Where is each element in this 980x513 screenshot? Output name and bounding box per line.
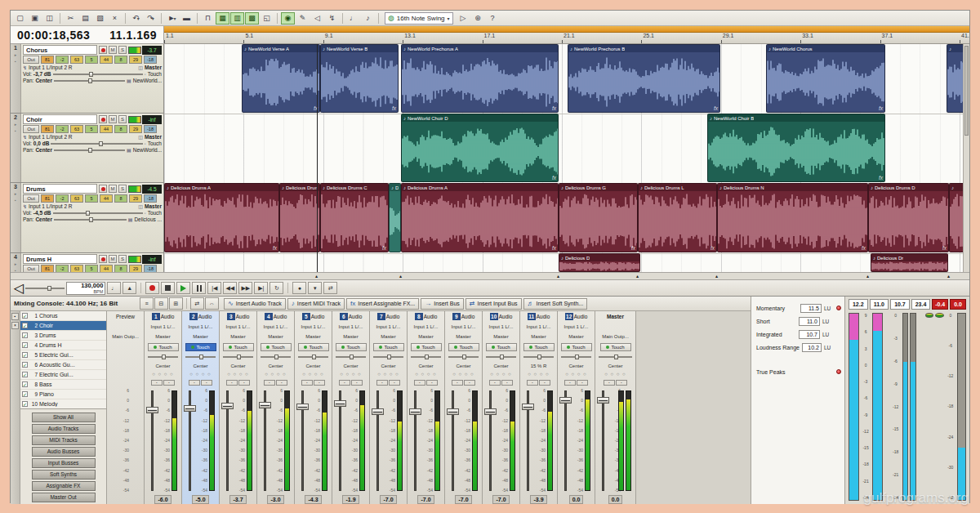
goto-start-button[interactable]: |◀ [207,282,221,294]
eq-value-chip[interactable]: 5 [85,125,98,133]
audio-clip[interactable]: ♪NewWorld Verse Afx [242,44,320,113]
audio-clip[interactable]: ♪Delicious Drums Lfx [638,183,717,252]
audio-clip[interactable]: ♪Delicious Drums Gfx [559,183,638,252]
grid-lines-icon[interactable]: ▥ [230,12,244,25]
automation-mode-button[interactable]: Touch [223,343,254,351]
fader-handle[interactable] [522,404,534,410]
track-collapse-icon[interactable]: ▸ [15,191,17,196]
automation-mode-button[interactable]: Touch [600,343,631,351]
track-name-field[interactable]: Chorus [23,45,97,55]
fx-slot-button[interactable]: ▪ [314,380,325,386]
forward-button[interactable]: ▶▶ [238,282,252,294]
audio-clip[interactable]: ♪Delicious Dr [871,253,948,272]
eq-value-chip[interactable]: 63 [70,125,83,133]
eq-value-chip[interactable]: 5 [85,194,98,203]
clips-area[interactable]: ♪NewWorld Verse Afx♪NewWorld Verse Bfx♪N… [164,44,963,272]
mixer-filter-assignable-fx-button[interactable]: Assignable FX [32,481,96,491]
track-add-icon[interactable]: ▪ [15,198,16,203]
audio-clip[interactable]: ♪Delicious Drums Cfx [320,183,389,252]
arrange-area[interactable]: ♪NewWorld Verse Afx♪NewWorld Verse Bfx♪N… [164,44,969,272]
track-visible-checkbox[interactable]: ✓ [22,401,28,407]
track-name-field[interactable]: Drums [23,184,97,194]
pan-slider-thumb[interactable] [614,355,618,359]
loop-range-bar[interactable] [164,26,969,33]
track-add-icon[interactable]: ▪ [15,128,16,133]
eq-value-chip[interactable]: -2 [56,125,69,133]
fx-slot-button[interactable]: ▪ [351,380,363,386]
eq-value-chip[interactable]: 29 [129,125,142,133]
mixer-track-list-item[interactable]: ✓5Electric Gui... [20,350,106,360]
object-marker-icon[interactable]: ▴ [315,273,318,279]
vertical-scrollbar[interactable] [963,44,969,272]
track-visible-checkbox[interactable]: ✓ [22,352,28,358]
fx-slot-button[interactable]: ▪ [577,380,588,386]
fx-slot-button[interactable]: ▪ [201,380,212,386]
tempo-display[interactable]: 130,000BPM [66,282,105,295]
pan-slider[interactable] [54,217,127,222]
auto-crossfade-icon[interactable]: ◉ [281,12,295,25]
fx-slot-button[interactable]: ▪ [226,380,238,386]
mixer-filter-audio-tracks-button[interactable]: Audio Tracks [32,424,96,434]
track-visible-checkbox[interactable]: ✓ [22,323,28,328]
click-track-icon[interactable]: ♪ [361,12,375,25]
swing-preset-combo[interactable]: ◍16th Note Swing▾ [385,12,453,25]
mixer-track-list-item[interactable]: ✓6Acoustic Gu... [20,360,106,370]
pan-slider[interactable] [448,355,479,359]
audio-clip[interactable]: ♪Delicious Drums E [279,183,320,252]
automation-mode-button[interactable]: Touch [185,343,216,351]
track-header[interactable]: 2▸▪ChoirMS-infOut81-263544829-18↯Input 1… [11,114,163,183]
metronome-icon[interactable]: ♩ [346,12,360,25]
fader-handle[interactable] [184,405,196,412]
fx-slot-button[interactable]: ▪ [151,380,163,386]
audio-clip[interactable]: ♪Delicious Drums Afx [401,183,559,252]
mouse-mode-icon[interactable]: ►▾ [165,12,179,25]
eq-value-chip[interactable]: 44 [100,265,113,272]
playhead-cursor[interactable] [317,44,318,272]
goto-end-button[interactable]: ▶| [254,282,268,294]
pan-slider-thumb[interactable] [537,355,541,359]
pan-slider-thumb[interactable] [575,355,579,359]
eq-value-chip[interactable]: 5 [85,265,98,272]
record-arm-button[interactable] [99,115,107,123]
audio-clip[interactable]: ♪Delicious Drums Dfx [868,183,949,252]
fader-handle[interactable] [259,402,271,408]
eq-value-chip[interactable]: 44 [100,56,113,64]
eq-value-chip[interactable]: 44 [100,194,113,203]
delete-icon[interactable]: × [108,12,122,25]
fx-slot-button[interactable]: ▪ [276,380,287,386]
fader-handle[interactable] [447,408,459,415]
pan-slider[interactable] [486,355,516,359]
pan-slider-thumb[interactable] [274,355,278,359]
redo-icon[interactable]: ↷▾ [144,12,158,25]
playback-volume-thumb[interactable] [47,286,51,291]
track-out-button[interactable]: Out [23,265,39,272]
fx-slot-button[interactable]: ▪ [376,380,388,386]
fx-slot-button[interactable]: ▪ [301,380,313,386]
audio-clip[interactable]: ♪ [947,44,964,113]
record-button[interactable] [145,282,159,294]
mixer-close-icon[interactable]: × [11,322,19,329]
pan-slider-thumb[interactable] [425,355,429,359]
track-visible-checkbox[interactable]: ✓ [22,372,28,377]
automation-mode-button[interactable]: Touch [148,343,179,351]
eq-value-chip[interactable]: 8 [114,265,127,272]
timeline-ruler[interactable]: 1.15.19.113.117.121.125.129.133.137.141.… [164,33,969,44]
fx-slot-button[interactable]: ▪ [489,380,501,386]
eq-value-chip[interactable]: -18 [144,125,157,133]
preview-icon[interactable]: ▷ [457,12,470,25]
eq-value-chip[interactable]: 81 [41,265,54,272]
track-name-field[interactable]: Drums H [23,254,97,264]
eq-value-chip[interactable]: 5 [85,56,98,64]
automation-mode-button[interactable]: Touch [373,343,404,351]
play-button[interactable] [176,282,190,294]
layout-narrow-icon[interactable]: ⊟ [154,297,168,310]
insert-bus-button[interactable]: →Insert Bus [421,298,464,310]
eq-value-chip[interactable]: 44 [100,125,113,133]
mixer-filter-input-busses-button[interactable]: Input Busses [32,458,96,468]
mixer-filter-master-out-button[interactable]: Master Out [32,493,96,502]
solo-button[interactable]: S [118,46,127,54]
speaker-icon[interactable]: ◁ [310,12,324,25]
audio-clip[interactable]: ♪Delicious D [559,253,640,272]
pan-slider[interactable] [185,355,216,359]
insert-input-bus-button[interactable]: ⇄Insert Input Bus [466,298,522,310]
